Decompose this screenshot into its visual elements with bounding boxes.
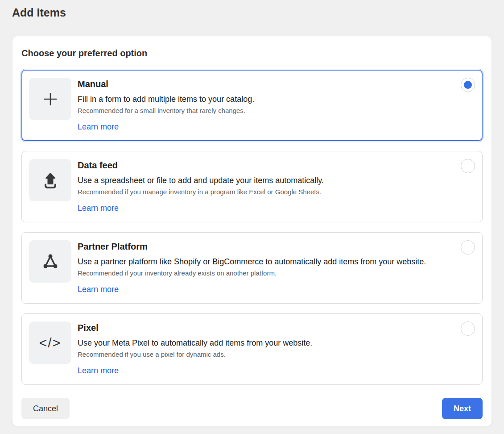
pixel-option-text: Pixel Use your Meta Pixel to automatical… (78, 321, 312, 377)
panel-heading: Choose your preferred option (21, 48, 483, 58)
option-title: Pixel (78, 322, 312, 334)
next-button[interactable]: Next (442, 398, 483, 419)
option-card-partner-platform[interactable]: Partner Platform Use a partner platform … (21, 232, 483, 304)
data-feed-option-text: Data feed Use a spreadsheet or file to a… (78, 159, 324, 214)
radio-data-feed[interactable] (461, 159, 475, 173)
learn-more-link[interactable]: Learn more (78, 202, 119, 214)
option-recommendation: Recommended if you use a pixel for dynam… (78, 349, 312, 359)
option-card-manual[interactable]: Manual Fill in a form to add multiple it… (21, 70, 483, 141)
option-card-data-feed[interactable]: Data feed Use a spreadsheet or file to a… (21, 151, 483, 222)
radio-pixel[interactable] (461, 321, 475, 336)
radio-dot (464, 81, 472, 89)
option-title: Partner Platform (78, 241, 426, 252)
page-title: Add Items (12, 6, 492, 19)
learn-more-link[interactable]: Learn more (78, 284, 119, 296)
partner-platform-icon-tile (29, 240, 71, 283)
pixel-icon-tile: </> (29, 321, 71, 364)
upload-icon (41, 171, 60, 190)
learn-more-link[interactable]: Learn more (78, 365, 119, 377)
manual-option-text: Manual Fill in a form to add multiple it… (78, 78, 254, 133)
learn-more-link[interactable]: Learn more (78, 121, 119, 133)
option-title: Manual (78, 78, 254, 90)
option-recommendation: Recommended if your inventory already ex… (78, 268, 426, 278)
radio-partner-platform[interactable] (461, 240, 475, 255)
code-icon: </> (39, 335, 61, 351)
option-card-pixel[interactable]: </> Pixel Use your Meta Pixel to automat… (21, 313, 483, 385)
data-feed-icon-tile (29, 159, 71, 201)
option-title: Data feed (78, 159, 324, 171)
option-description: Use a spreadsheet or file to add and upd… (78, 174, 324, 187)
manual-icon-tile (29, 78, 71, 120)
option-recommendation: Recommended if you manage inventory in a… (78, 187, 324, 197)
radio-manual[interactable] (461, 78, 475, 92)
cancel-button[interactable]: Cancel (21, 398, 70, 419)
plus-icon (41, 89, 60, 109)
panel-footer: Cancel Next (21, 398, 483, 419)
partner-platform-option-text: Partner Platform Use a partner platform … (78, 240, 426, 296)
option-description: Use your Meta Pixel to automatically add… (78, 337, 312, 349)
option-recommendation: Recommended for a small inventory that r… (78, 105, 254, 116)
partner-network-icon (41, 252, 60, 271)
option-description: Fill in a form to add multiple items to … (78, 93, 254, 105)
choose-option-panel: Choose your preferred option Manual Fill… (12, 36, 492, 427)
option-description: Use a partner platform like Shopify or B… (78, 255, 426, 268)
